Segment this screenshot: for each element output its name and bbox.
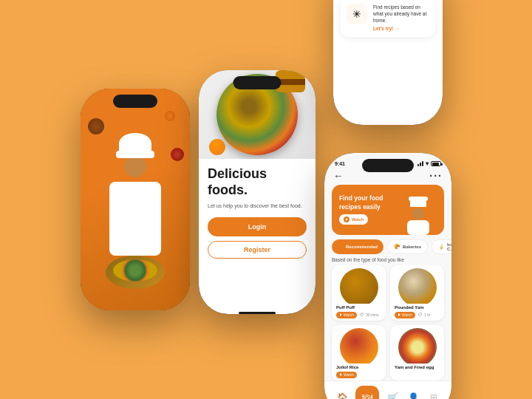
login-subtitle: Let us help you to discover the best foo…: [208, 202, 307, 210]
splash-screen: [81, 89, 190, 310]
register-button[interactable]: Register: [208, 241, 307, 259]
chef-mini-body: [407, 220, 429, 235]
food-card-pounded-yam[interactable]: Pounded Yam Watch ⏱ 1 hr: [390, 265, 444, 321]
home-indicator: [239, 312, 276, 314]
burger-bun-top: [276, 70, 305, 79]
phone-splash: [81, 89, 190, 310]
login-title: Delicious foods.: [208, 166, 307, 198]
food-img-puff: [332, 265, 386, 304]
floating-food-2: [171, 148, 184, 161]
food-meta-egg: [390, 370, 444, 375]
time-tag-puff: ⏱ 30 mins: [360, 313, 379, 317]
chef-hat: [119, 133, 151, 154]
hero-title: Find your food recipes easily: [339, 194, 400, 211]
food-name-jollof: Jollof Rice: [332, 364, 386, 370]
floating-food-1: [88, 118, 104, 134]
tab-recommended[interactable]: Recommended: [332, 239, 383, 254]
play-icon-puff: [340, 313, 342, 316]
chat-cta[interactable]: Let's try! →: [373, 26, 429, 31]
nav-cart[interactable]: 🛒: [385, 390, 400, 400]
watch-button[interactable]: Watch: [339, 214, 368, 225]
login-screen: Delicious foods. Let us help you to disc…: [199, 70, 316, 314]
battery-main: [431, 161, 441, 166]
tab-recommended-label: Recommended: [346, 245, 378, 249]
phone-login: Delicious foods. Let us help you to disc…: [199, 70, 316, 314]
food-bowl: [106, 256, 165, 289]
chef-hero-img: [400, 191, 437, 229]
chat-card: ✳ Find recipes based on what you already…: [341, 0, 435, 37]
food-meta-jollof: Watch: [332, 370, 386, 381]
orange-fruit: [209, 139, 225, 155]
chef-body: [109, 182, 161, 256]
play-triangle: [346, 218, 348, 221]
puff-puff-visual: [340, 268, 378, 304]
phone-chat: 9:41 ▾: [333, 0, 443, 125]
tab-bakeries[interactable]: 🥐 Bakeries: [387, 239, 428, 254]
watch-tag-puff[interactable]: Watch: [336, 312, 357, 318]
pounded-yam-visual: [398, 268, 437, 304]
chat-message: Find recipes based on what you already h…: [373, 4, 429, 24]
food-card-puff-puff[interactable]: Puff Puff Watch ⏱ 30 mins: [332, 265, 386, 321]
food-img-yam: [390, 265, 444, 304]
ice-cream-icon: 🍦: [438, 244, 445, 250]
section-subtitle: Based on the type of food you like: [324, 257, 451, 265]
chef-mini-hat: [410, 197, 426, 207]
recommended-icon: [338, 244, 344, 250]
hero-banner: Find your food recipes easily Watch: [332, 185, 444, 235]
watch-tag-yam[interactable]: Watch: [395, 312, 415, 318]
floating-food-3: [165, 111, 175, 121]
back-button[interactable]: ←: [333, 170, 344, 182]
phones-container: Delicious foods. Let us help you to disc…: [0, 0, 532, 399]
category-tabs: Recommended 🥐 Bakeries 🍦 Ice C...: [324, 239, 451, 254]
tab-ice-label: Ice C...: [447, 242, 451, 251]
nav-grid[interactable]: ⊞: [426, 390, 441, 400]
clock-icon-puff: ⏱: [360, 313, 364, 317]
food-meta-yam: Watch ⏱ 1 hr: [390, 310, 444, 321]
jollof-visual: [340, 328, 378, 364]
nav-recipes-active[interactable]: 🍽: [355, 386, 379, 400]
food-img-jollof: [332, 325, 386, 364]
food-name-yam: Pounded Yam: [390, 304, 444, 310]
menu-button[interactable]: ···: [429, 170, 443, 182]
food-meta-puff: Watch ⏱ 30 mins: [332, 310, 386, 321]
chef-face: [124, 155, 146, 177]
watch-tag-jollof[interactable]: Watch: [336, 372, 357, 378]
food-card-jollof[interactable]: Jollof Rice Watch: [332, 325, 386, 381]
main-app-screen: 9:41 ▾ ←: [324, 153, 451, 400]
watch-label: Watch: [352, 217, 364, 222]
clock-icon-yam: ⏱: [418, 313, 423, 317]
tab-bakeries-label: Bakeries: [403, 245, 421, 249]
wifi-icon-main: ▾: [426, 160, 429, 167]
food-grid: Puff Puff Watch ⏱ 30 mins: [324, 265, 451, 381]
play-icon: [344, 216, 349, 222]
chat-content: Find recipes based on what you already h…: [373, 4, 429, 31]
time-main: 9:41: [335, 161, 345, 166]
nav-home[interactable]: 🏠: [335, 390, 349, 400]
dynamic-island-4: [362, 159, 414, 172]
food-card-yam-egg[interactable]: Yam and Fried egg: [390, 325, 444, 381]
nav-profile[interactable]: 👤: [406, 390, 420, 400]
login-body: Delicious foods. Let us help you to disc…: [199, 159, 316, 307]
food-name-egg: Yam and Fried egg: [390, 364, 444, 370]
yam-egg-visual: [398, 328, 437, 364]
bakery-icon: 🥐: [394, 244, 400, 250]
play-icon-yam: [398, 313, 400, 316]
time-tag-yam: ⏱ 1 hr: [418, 313, 431, 317]
login-button[interactable]: Login: [208, 217, 307, 236]
chat-screen: 9:41 ▾: [333, 0, 443, 125]
bottom-navigation: 🏠 🍽 🛒 👤 ⊞: [324, 381, 451, 400]
dynamic-island: [113, 95, 157, 108]
food-img-egg: [390, 325, 444, 364]
sparkle-icon: ✳: [347, 4, 367, 24]
chef-mini-face: [412, 208, 424, 219]
phone-main-app: 9:41 ▾ ←: [324, 153, 451, 400]
hero-text-area: Find your food recipes easily Watch: [339, 194, 400, 224]
chef-illustration: [95, 133, 176, 296]
play-icon-jollof: [340, 373, 342, 376]
status-icons-main: ▾: [417, 160, 441, 167]
tab-ice-cream[interactable]: 🍦 Ice C...: [432, 239, 451, 254]
dynamic-island-2: [233, 76, 282, 89]
food-name-puff: Puff Puff: [332, 304, 386, 310]
